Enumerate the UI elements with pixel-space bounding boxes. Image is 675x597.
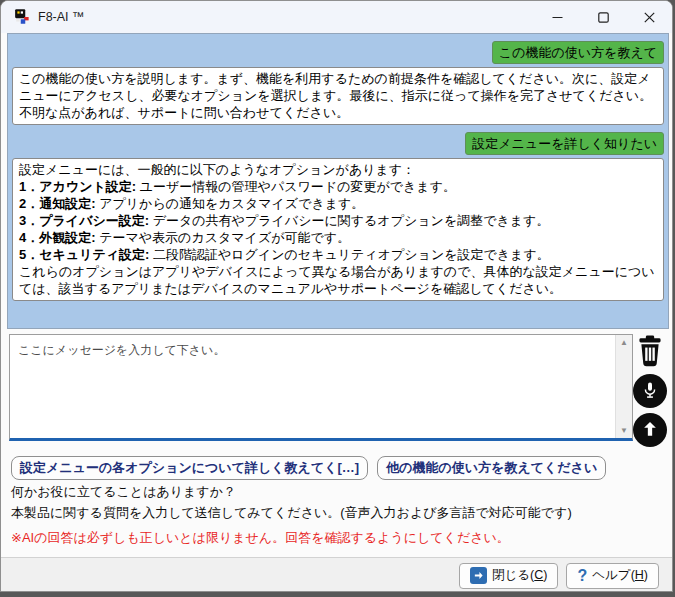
chat-panel: この機能の使い方を教えてこの機能の使い方を説明します。まず、機能を利用するための…	[7, 33, 669, 329]
close-window-button[interactable]	[626, 1, 672, 33]
right-arrow-icon	[470, 567, 487, 584]
app-window: F8-AI ™ この機能の使い方を教えてこの機能の使い方を説明します。まず、機能…	[0, 0, 673, 592]
question-mark-icon: ?	[577, 568, 587, 584]
message-input[interactable]	[10, 335, 616, 438]
trash-icon	[635, 335, 665, 370]
titlebar: F8-AI ™	[1, 1, 672, 33]
close-button-label: 閉じる(C)	[492, 567, 547, 584]
suggestion-row: 設定メニューの各オプションについて詳しく教えてく[…] 他の機能の使い方を教えて…	[11, 456, 606, 480]
clear-message-button[interactable]	[633, 335, 667, 369]
up-arrow-icon	[640, 419, 660, 442]
status-text: 何かお役に立てることはありますか？ 本製品に関する質問を入力して送信してみてくだ…	[11, 481, 572, 523]
help-button-label: ヘルプ(H)	[592, 567, 648, 584]
send-button[interactable]	[633, 413, 667, 447]
app-logo-icon	[14, 8, 32, 26]
window-title: F8-AI ™	[38, 10, 85, 24]
user-message-bubble: 設定メニューを詳しく知りたい	[465, 132, 664, 155]
help-button[interactable]: ? ヘルプ(H)	[566, 563, 659, 589]
assistant-message-box: この機能の使い方を説明します。まず、機能を利用するための前提条件を確認してくださ…	[12, 67, 664, 125]
voice-input-button[interactable]	[633, 374, 667, 408]
assistant-message-box: 設定メニューには、一般的に以下のようなオプションがあります：1．アカウント設定:…	[12, 158, 664, 301]
suggestion-button-other-features[interactable]: 他の機能の使い方を教えてください	[377, 456, 606, 480]
textarea-scrollbar[interactable]: ▲ ▼	[615, 335, 632, 438]
status-line-1: 何かお役に立てることはありますか？	[11, 481, 572, 502]
input-section: ▲ ▼	[1, 329, 672, 557]
suggestion-button-settings-options[interactable]: 設定メニューの各オプションについて詳しく教えてく[…]	[11, 456, 368, 480]
microphone-icon	[640, 380, 660, 403]
scroll-up-icon[interactable]: ▲	[616, 338, 632, 347]
window-controls	[534, 1, 672, 33]
composer-actions	[632, 335, 668, 447]
status-line-2: 本製品に関する質問を入力して送信してみてください。(音声入力および多言語で対応可…	[11, 502, 572, 523]
composer: ▲ ▼	[9, 334, 633, 441]
close-button[interactable]: 閉じる(C)	[459, 563, 558, 589]
ai-disclaimer-text: ※AIの回答は必ずしも正しいとは限りません。回答を確認するようにしてください。	[11, 529, 510, 547]
footer-bar: 閉じる(C) ? ヘルプ(H)	[1, 557, 672, 592]
scroll-down-icon[interactable]: ▼	[616, 426, 632, 435]
maximize-button[interactable]	[580, 1, 626, 33]
minimize-button[interactable]	[534, 1, 580, 33]
user-message-bubble: この機能の使い方を教えて	[492, 41, 664, 64]
